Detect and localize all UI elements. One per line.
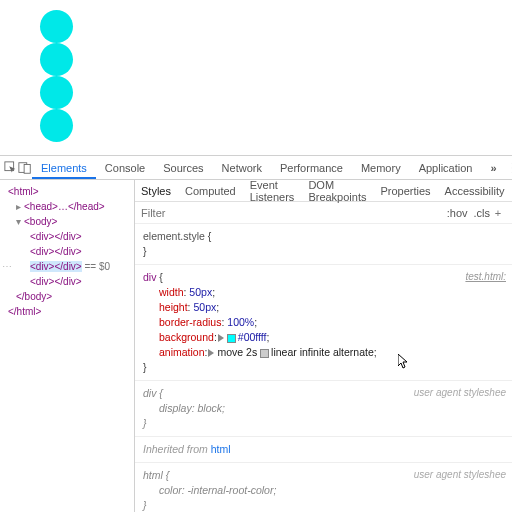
cyan-circle xyxy=(40,10,73,43)
tab-performance[interactable]: Performance xyxy=(271,157,352,179)
subtab-styles[interactable]: Styles xyxy=(141,185,171,197)
dom-line[interactable]: ▾<body> xyxy=(2,214,132,229)
css-decl: color: -internal-root-color; xyxy=(143,483,504,498)
rule-ua-div: user agent styleshee div { display: bloc… xyxy=(135,381,512,437)
expand-triangle-icon[interactable] xyxy=(218,334,224,342)
rule-div[interactable]: test.html: div { width: 50px; height: 50… xyxy=(135,265,512,381)
selector: element.style xyxy=(143,230,205,242)
kebab-menu-icon[interactable] xyxy=(506,158,512,178)
subtab-dom-breakpoints[interactable]: DOM Breakpoints xyxy=(308,180,366,203)
source-link[interactable]: test.html: xyxy=(465,269,506,284)
dom-line[interactable]: </body> xyxy=(2,289,132,304)
dom-line[interactable]: </html> xyxy=(2,304,132,319)
css-decl[interactable]: animation:move 2s linear infinite altern… xyxy=(143,345,504,360)
styles-filter-input[interactable] xyxy=(141,207,211,219)
dom-line-selected[interactable]: ⋯<div></div> == $0 xyxy=(2,259,132,274)
cyan-circle xyxy=(40,76,73,109)
css-decl[interactable]: border-radius: 100%; xyxy=(143,315,504,330)
subtab-properties[interactable]: Properties xyxy=(380,185,430,197)
easing-swatch-icon[interactable] xyxy=(260,349,269,358)
subtab-accessibility[interactable]: Accessibility xyxy=(445,185,505,197)
css-decl[interactable]: width: 50px; xyxy=(143,285,504,300)
caret-down-icon: ▾ xyxy=(16,214,24,229)
css-decl[interactable]: height: 50px; xyxy=(143,300,504,315)
selector: div xyxy=(143,387,156,399)
subtab-event-listeners[interactable]: Event Listeners xyxy=(250,180,295,203)
style-rules: element.style { } test.html: div { width… xyxy=(135,224,512,512)
device-toggle-icon[interactable] xyxy=(18,158,32,178)
tab-elements[interactable]: Elements xyxy=(32,157,96,179)
css-decl[interactable]: background:#00ffff; xyxy=(143,330,504,345)
new-style-rule-button[interactable]: + xyxy=(490,207,506,219)
devtools-tabbar: Elements Console Sources Network Perform… xyxy=(0,156,512,180)
expand-triangle-icon[interactable] xyxy=(208,349,214,357)
styles-filter-row: :hov .cls + xyxy=(135,202,512,224)
svg-rect-2 xyxy=(24,164,30,173)
tab-memory[interactable]: Memory xyxy=(352,157,410,179)
dom-tree[interactable]: <html> ▸<head>…</head> ▾<body> <div></di… xyxy=(0,180,135,512)
tab-application[interactable]: Application xyxy=(410,157,482,179)
selected-dots-icon: ⋯ xyxy=(2,259,12,274)
styles-subtabs: Styles Computed Event Listeners DOM Brea… xyxy=(135,180,512,202)
tab-network[interactable]: Network xyxy=(213,157,271,179)
color-swatch-icon[interactable] xyxy=(227,334,236,343)
css-decl: display: block; xyxy=(143,401,504,416)
cyan-circle xyxy=(40,43,73,76)
dom-line[interactable]: <div></div> xyxy=(2,244,132,259)
dom-line[interactable]: ▸<head>…</head> xyxy=(2,199,132,214)
cls-toggle[interactable]: .cls xyxy=(474,207,491,219)
subtab-computed[interactable]: Computed xyxy=(185,185,236,197)
devtools-main: <html> ▸<head>…</head> ▾<body> <div></di… xyxy=(0,180,512,512)
dom-line[interactable]: <html> xyxy=(2,184,132,199)
ua-stylesheet-label: user agent styleshee xyxy=(414,385,506,400)
rule-element-style[interactable]: element.style { } xyxy=(135,224,512,265)
devtools-panel: Elements Console Sources Network Perform… xyxy=(0,155,512,512)
inherited-separator: Inherited from html xyxy=(135,437,512,463)
caret-right-icon: ▸ xyxy=(16,199,24,214)
selector: html xyxy=(143,469,163,481)
inspect-icon[interactable] xyxy=(4,158,18,178)
ua-stylesheet-label: user agent styleshee xyxy=(414,467,506,482)
tab-console[interactable]: Console xyxy=(96,157,154,179)
tabs-overflow-icon[interactable]: » xyxy=(481,157,505,179)
rendered-page xyxy=(0,0,512,155)
rule-ua-html: user agent styleshee html { color: -inte… xyxy=(135,463,512,512)
tab-sources[interactable]: Sources xyxy=(154,157,212,179)
dom-line[interactable]: <div></div> xyxy=(2,229,132,244)
selector: div xyxy=(143,271,156,283)
styles-panel: Styles Computed Event Listeners DOM Brea… xyxy=(135,180,512,512)
dom-line[interactable]: <div></div> xyxy=(2,274,132,289)
hov-toggle[interactable]: :hov xyxy=(447,207,468,219)
cyan-circle xyxy=(40,109,73,142)
